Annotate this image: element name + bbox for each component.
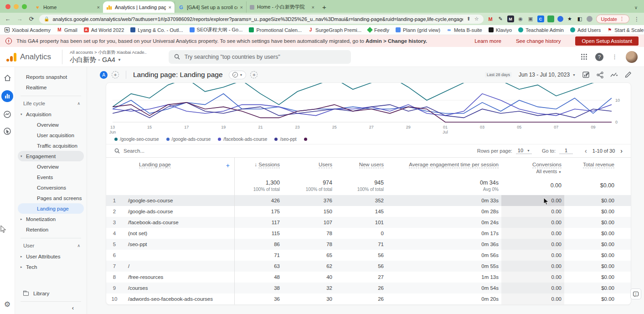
table-row[interactable]: 10/adwords-seo-facebook-ads-courses36302… — [106, 293, 631, 304]
open-setup-assistant-button[interactable]: Open Setup Assistant — [575, 36, 639, 46]
contrast-extension-icon[interactable]: ◧ — [577, 15, 583, 22]
account-breadcrumb[interactable]: All accounts > 小白新势 Xiaobai Acade.. 小白新势… — [62, 50, 147, 64]
customize-report-icon[interactable] — [582, 72, 590, 78]
expand-caret-icon[interactable]: ▸ — [21, 217, 22, 221]
expand-caret-icon[interactable]: ▸ — [21, 255, 22, 258]
rows-per-page-select[interactable]: 10▼ — [516, 148, 532, 154]
series-line-facebook-ads-course[interactable] — [113, 94, 612, 116]
url-text[interactable]: analytics.google.com/analytics/web/?auth… — [52, 16, 463, 22]
address-bar[interactable]: 🔒 analytics.google.com/analytics/web/?au… — [39, 15, 484, 24]
bookmark-item[interactable]: Promotional Calen... — [249, 27, 302, 33]
sidebar-item-conversions[interactable]: Conversions — [18, 182, 84, 193]
sidebar-item-monetization[interactable]: ▸Monetization — [18, 214, 84, 224]
insights-icon[interactable] — [610, 72, 618, 78]
sidebar-section-life-cycle[interactable]: Life cycle∧ — [15, 98, 87, 109]
column-header-new-users[interactable]: New users — [335, 158, 386, 176]
bookmark-item[interactable]: Klaviyo — [489, 27, 512, 33]
table-row[interactable]: 4(not set)1157800m 17s0.00$0.00 — [106, 228, 631, 239]
close-window-button[interactable] — [5, 4, 10, 9]
zoom-window-button[interactable] — [22, 4, 27, 9]
sidebar-section-user[interactable]: User∧ — [15, 240, 87, 251]
column-header-avg-engagement[interactable]: Average engagement time per session — [386, 158, 501, 176]
sidebar-item-overview[interactable]: Overview — [18, 161, 84, 172]
explore-nav-icon[interactable] — [3, 110, 12, 119]
forward-button[interactable]: → — [15, 15, 24, 22]
go-to-page-input[interactable]: 1 — [559, 148, 573, 154]
edit-report-icon[interactable] — [625, 72, 631, 78]
table-search-input[interactable]: Search... — [114, 148, 144, 154]
minimize-window-button[interactable] — [14, 4, 19, 9]
reload-button[interactable]: ⟳ — [27, 15, 36, 22]
camera-extension-icon[interactable]: ◉ — [517, 15, 524, 22]
date-range-picker[interactable]: Jun 13 - Jul 10, 2023▼ — [519, 72, 576, 78]
sidebar-item-traffic-acquisition[interactable]: Traffic acquisition — [18, 140, 84, 151]
sidebar-item-user-attributes[interactable]: ▸User Attributes — [18, 251, 84, 262]
tab-overflow-chevron-icon[interactable]: ∨ — [634, 5, 644, 13]
column-header-users[interactable]: Users — [283, 158, 335, 176]
sidebar-item-acquisition[interactable]: ▾Acquisition — [18, 109, 84, 119]
tab-close-icon[interactable]: × — [97, 5, 100, 10]
home-nav-icon[interactable] — [3, 73, 12, 82]
conversions-event-filter[interactable]: All events ▼ — [501, 169, 562, 174]
add-comparison-button[interactable]: + — [112, 71, 119, 78]
bookmark-item[interactable]: ∞Meta B-suite — [447, 27, 482, 33]
sidebar-item-overview[interactable]: Overview — [18, 119, 84, 130]
lock-icon[interactable]: 🔒 — [44, 16, 49, 21]
sidebar-item-events[interactable]: Events — [18, 172, 84, 182]
analytics-logo-icon[interactable] — [6, 52, 16, 62]
previous-page-icon[interactable]: ‹ — [585, 147, 587, 154]
tab-close-icon[interactable]: × — [240, 5, 243, 10]
reports-nav-icon[interactable] — [1, 90, 13, 102]
breadcrumb[interactable]: All accounts > 小白新势 Xiaobai Acade.. — [70, 50, 147, 56]
expand-caret-icon[interactable]: ▸ — [21, 265, 22, 269]
column-header-conversions[interactable]: Conversions All events ▼ — [501, 158, 564, 176]
gmail-extension-icon[interactable]: M — [487, 15, 494, 22]
bookmark-item[interactable]: Teachable Admin — [518, 27, 564, 33]
windows-extension-icon[interactable]: ▣ — [527, 15, 534, 22]
profile-extension-icon[interactable] — [587, 16, 592, 22]
chart-plot-area[interactable] — [113, 83, 612, 124]
sidebar-item-landing-page[interactable]: Landing page — [18, 203, 84, 214]
share-page-icon[interactable]: ⬆ — [466, 16, 470, 22]
add-column-button[interactable]: + — [226, 162, 230, 169]
bookmark-item[interactable]: AAd World 2022 — [84, 27, 124, 33]
sidebar-item-tech[interactable]: ▸Tech — [18, 262, 84, 272]
data-quality-pill[interactable]: ✓ ▼ — [229, 71, 247, 79]
sidebar-item-retention[interactable]: Retention — [18, 224, 84, 235]
more-options-icon[interactable]: ⋮ — [612, 53, 618, 60]
green-extension-icon[interactable] — [547, 15, 554, 22]
browser-tab[interactable]: G[GA4] Set up a scroll conversi× — [175, 1, 246, 13]
edge-extension-icon[interactable] — [557, 16, 563, 22]
bookmark-item[interactable]: NXiaobai Academy — [5, 27, 51, 33]
advertising-nav-icon[interactable] — [3, 127, 12, 136]
table-row[interactable]: 7/6362560m 55s0.00$0.00 — [106, 261, 631, 272]
table-row[interactable]: 5/seo-ppt8678710m 36s0.00$0.00 — [106, 239, 631, 250]
column-header-sessions[interactable]: ↓ Sessions — [235, 158, 283, 176]
browser-tab[interactable]: Home - 小白新势学院× — [246, 1, 318, 13]
tab-close-icon[interactable]: × — [169, 5, 171, 10]
new-tab-button[interactable]: + — [318, 3, 331, 13]
table-row[interactable]: 9/courses3832260m 54s0.00$0.00 — [106, 283, 631, 293]
chrome-update-button[interactable]: Update⋮ — [596, 15, 629, 23]
sidebar-item-reports-snapshot[interactable]: Reports snapshot — [18, 72, 84, 82]
browser-menu-icon[interactable]: ⋮ — [633, 16, 640, 22]
bookmark-item[interactable]: ⚑Start & Scale Your... — [607, 27, 644, 33]
property-name[interactable]: 小白新势 - GA4 — [70, 56, 115, 64]
table-row[interactable]: 1/google-seo-course4263763520m 33s0.00$0… — [106, 195, 631, 206]
bookmark-star-icon[interactable]: ☆ — [474, 16, 479, 22]
help-icon[interactable]: ? — [595, 53, 603, 61]
sidebar-item-user-acquisition[interactable]: User acquisition — [18, 130, 84, 140]
share-report-icon[interactable] — [597, 72, 603, 78]
series-line-unlabeled[interactable] — [113, 103, 612, 122]
learn-more-link[interactable]: Learn more — [474, 38, 501, 44]
pen-extension-icon[interactable]: ✎ — [497, 15, 504, 22]
google-apps-icon[interactable] — [581, 54, 587, 60]
sidebar-item-pages-and-screens[interactable]: Pages and screens — [18, 193, 84, 203]
bookmark-item[interactable]: Add Users — [570, 27, 601, 33]
admin-gear-icon[interactable]: ⚙ — [4, 300, 10, 309]
tab-close-icon[interactable]: × — [312, 5, 314, 10]
bookmark-item[interactable]: JSurgeGraph Premi... — [308, 27, 361, 33]
table-row[interactable]: 2/google-ads-course1751501450m 28s0.00$0… — [106, 206, 631, 217]
sidebar-item-engagement[interactable]: ▾Engagement — [18, 151, 84, 161]
next-page-icon[interactable]: › — [620, 147, 623, 154]
